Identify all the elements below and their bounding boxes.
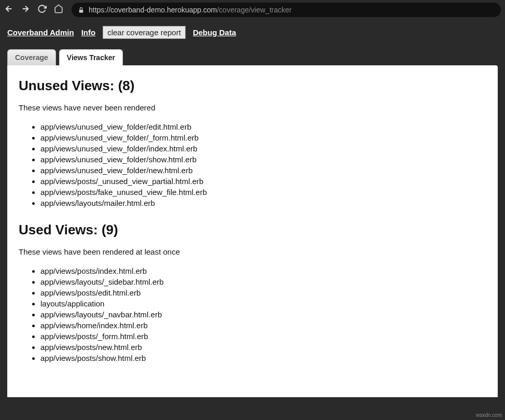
tab-views-tracker[interactable]: Views Tracker [59,49,123,65]
content-panel: Unused Views: (8) These views have never… [7,65,498,397]
url-bar[interactable]: https://coverband-demo.herokuapp.com/cov… [72,3,501,17]
list-item: app/views/unused_view_folder/new.html.er… [40,165,486,176]
used-views-heading: Used Views: (9) [19,222,486,238]
list-item: app/views/posts/new.html.erb [40,342,486,353]
unused-views-description: These views have never been rendered [19,103,486,112]
info-link[interactable]: Info [81,28,96,37]
list-item: app/views/unused_view_folder/show.html.e… [40,154,486,165]
unused-views-heading: Unused Views: (8) [19,78,486,94]
url-text: https://coverband-demo.herokuapp.com/cov… [89,6,291,14]
list-item: app/views/unused_view_folder/index.html.… [40,143,486,154]
list-item: app/views/posts/fake_unused_view_file.ht… [40,187,486,198]
used-views-list: app/views/posts/index.html.erbapp/views/… [40,265,486,363]
back-icon[interactable] [4,4,13,16]
unused-views-list: app/views/unused_view_folder/edit.html.e… [40,121,486,208]
list-item: app/views/posts/_unused_view_partial.htm… [40,176,486,187]
coverband-admin-link[interactable]: Coverband Admin [7,28,74,37]
svg-rect-0 [79,9,83,12]
nav-icons-group [4,4,63,16]
list-item: app/views/posts/_form.html.erb [40,331,486,342]
reload-icon[interactable] [37,4,47,16]
lock-icon [78,7,85,13]
list-item: app/views/posts/show.html.erb [40,353,486,363]
list-item: layouts/application [40,298,486,309]
list-item: app/views/posts/edit.html.erb [40,287,486,298]
list-item: app/views/unused_view_folder/edit.html.e… [40,121,486,132]
list-item: app/views/home/index.html.erb [40,320,486,331]
used-views-description: These views have been rendered at least … [19,247,486,256]
watermark: wsxdn.com [476,412,502,418]
list-item: app/views/posts/index.html.erb [40,265,486,276]
browser-toolbar: https://coverband-demo.herokuapp.com/cov… [0,0,505,20]
list-item: app/views/layouts/_navbar.html.erb [40,309,486,320]
list-item: app/views/layouts/_sidebar.html.erb [40,276,486,287]
forward-icon[interactable] [21,4,30,16]
debug-data-link[interactable]: Debug Data [193,28,236,37]
list-item: app/views/layouts/mailer.html.erb [40,198,486,208]
clear-coverage-button[interactable]: clear coverage report [103,26,186,39]
app-header: Coverband Admin Info clear coverage repo… [0,20,505,45]
tabs-row: Coverage Views Tracker [0,49,505,65]
home-icon[interactable] [54,4,63,16]
list-item: app/views/unused_view_folder/_form.html.… [40,132,486,143]
tab-coverage[interactable]: Coverage [7,49,56,65]
